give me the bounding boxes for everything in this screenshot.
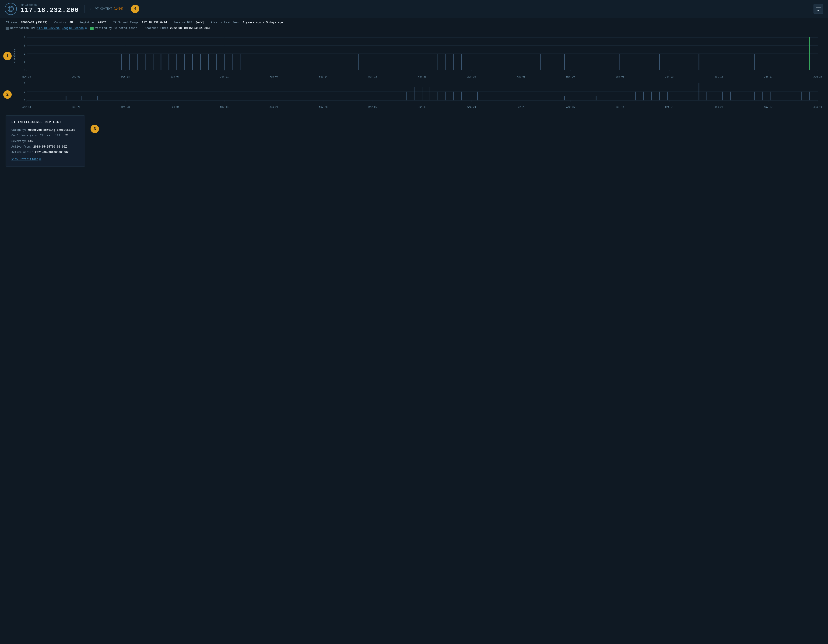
et-intelligence-card: ET INTELLIGENCE REP LIST Category: Obser… — [6, 115, 85, 167]
et-category: Category: Observed serving executables — [11, 127, 79, 133]
legend-visited: Visited by Selected Asset — [90, 26, 137, 31]
dest-ip-value[interactable]: 117.18.232.200 — [37, 26, 60, 31]
svg-rect-8 — [817, 10, 819, 11]
meta-bar: AS Name: EDGECAST (15133) Country: AU Re… — [0, 18, 828, 33]
first-last-seen-value: 4 years ago / 5 days ago — [243, 21, 283, 24]
et-active-until: Active until: 2021-06-30T00:00:00Z — [11, 150, 79, 155]
country-label: Country: — [54, 21, 68, 24]
et-confidence: Confidence (Min: 20, Max: 127): 21 — [11, 133, 79, 138]
badge-4: 4 — [131, 5, 139, 13]
view-definitions-link[interactable]: View Definitions ⧉ — [11, 158, 41, 161]
chart-1-canvas — [17, 33, 822, 79]
et-active-from-value: 2018-05-25T00:00:00Z — [33, 145, 67, 149]
searched-time-value: 2022-08-10T15:34:52.304Z — [170, 27, 210, 30]
legend-dest-ip: Destination IP: 117.18.232.200 Google Se… — [6, 26, 86, 31]
y-axis-label-2 — [13, 79, 17, 110]
dest-ip-swatch — [6, 27, 9, 30]
chart-2-canvas — [17, 79, 822, 110]
reverse-dns-label: Reverse DNS: — [174, 21, 194, 24]
vt-context[interactable]: Σ VT CONTEXT (1/94) — [90, 7, 124, 11]
sigma-icon: Σ — [90, 7, 94, 11]
et-active-until-value: 2021-06-30T00:00:00Z — [35, 151, 69, 154]
external-link-icon: ⧉ — [85, 26, 86, 30]
as-name-label: AS Name: — [6, 21, 19, 24]
country-value: AU — [69, 21, 73, 24]
charts-area: 1 Prevalence 2 — [0, 33, 828, 110]
subnet-label: IP Subnet Range: — [113, 21, 140, 24]
vt-context-label: VT CONTEXT — [95, 7, 112, 11]
bottom-section: ET INTELLIGENCE REP LIST Category: Obser… — [0, 110, 828, 167]
badge-2: 2 — [3, 90, 12, 99]
et-card-title: ET INTELLIGENCE REP LIST — [11, 120, 79, 124]
filter-icon — [816, 7, 821, 11]
badge-1: 1 — [3, 52, 12, 60]
ip-icon — [5, 3, 17, 15]
svg-rect-7 — [817, 9, 820, 9]
subnet-value: 117.18.232.0/24 — [142, 21, 167, 24]
chart-1-container — [17, 33, 822, 79]
filter-button[interactable] — [814, 4, 823, 14]
ip-address-value: 117.18.232.200 — [20, 6, 78, 14]
as-name-value: EDGECAST (15133) — [21, 21, 48, 24]
et-severity-value: Low — [28, 140, 33, 143]
registrar-label: Registrar: — [80, 21, 96, 24]
google-search-link[interactable]: Google Search — [62, 26, 84, 31]
et-severity: Severity: Low — [11, 138, 79, 144]
y-axis-label-1: Prevalence — [13, 33, 17, 79]
badge-3: 3 — [91, 125, 99, 133]
first-last-seen-label: First / Last Seen: — [211, 21, 241, 24]
vt-context-count: (1/94) — [113, 7, 124, 11]
header-divider — [84, 5, 85, 13]
reverse-dns-value: [n/a] — [196, 21, 204, 24]
et-active-from: Active from: 2018-05-25T00:00:00Z — [11, 144, 79, 150]
searched-time-label: Searched Time: 2022-08-10T15:34:52.304Z — [145, 26, 210, 31]
et-category-value: Observed serving executables — [28, 129, 75, 132]
chart-2-container — [17, 79, 822, 110]
dest-ip-label: Destination IP: — [10, 26, 36, 31]
svg-text:Σ: Σ — [90, 8, 92, 11]
header-text: IP ADDRESS 117.18.232.200 — [20, 4, 78, 14]
visited-swatch — [90, 27, 94, 30]
external-link-icon-2: ⧉ — [39, 158, 41, 161]
registrar-value: APNIC — [98, 21, 107, 24]
et-confidence-value: 21 — [65, 134, 68, 137]
header: IP ADDRESS 117.18.232.200 Σ VT CONTEXT (… — [0, 0, 828, 18]
ip-address-label: IP ADDRESS — [20, 4, 78, 6]
svg-rect-6 — [816, 7, 821, 8]
visited-label: Visited by Selected Asset — [95, 26, 137, 31]
